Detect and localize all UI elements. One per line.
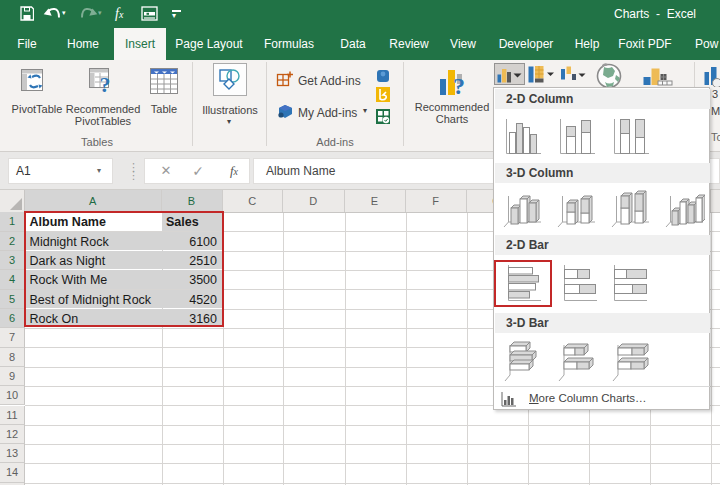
svg-text:?: ?: [100, 72, 111, 94]
svg-text:?: ?: [453, 73, 465, 97]
